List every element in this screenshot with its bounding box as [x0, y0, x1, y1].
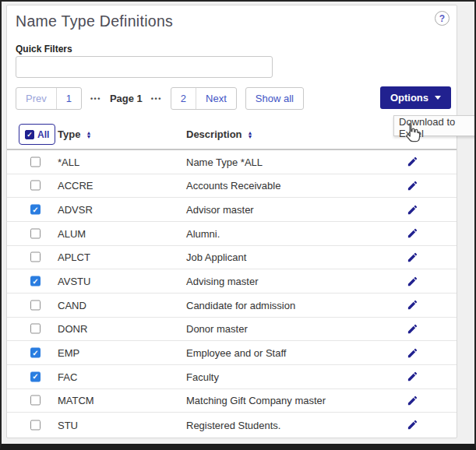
table-row: EMP Employee and or Staff — [7, 341, 457, 365]
name-type-definitions-panel: Name Type Definitions ? Quick Filters Pr… — [6, 5, 457, 438]
help-button[interactable]: ? — [435, 11, 450, 26]
sort-icon: ▲▼ — [86, 131, 91, 139]
edit-row-button[interactable] — [404, 322, 420, 336]
row-checkbox[interactable] — [30, 324, 41, 334]
description-cell: Advising master — [186, 276, 258, 287]
table-row: DONR Donor master — [7, 318, 457, 342]
table-row: ADVSR Advisor master — [7, 198, 457, 222]
type-cell: ALUM — [58, 227, 86, 239]
options-button[interactable]: Options — [380, 86, 451, 109]
row-checkbox[interactable] — [30, 420, 41, 430]
table-row: AVSTU Advising master — [7, 269, 457, 294]
description-cell: Advisor master — [186, 204, 254, 216]
row-checkbox[interactable] — [30, 300, 41, 310]
row-checkbox[interactable] — [30, 252, 41, 262]
pagination-bar: Prev 1 ••• Page 1 ••• 2 Next Show all — [16, 87, 304, 110]
question-mark-icon: ? — [439, 13, 445, 24]
column-header-description[interactable]: Description ▲▼ — [186, 128, 252, 140]
type-cell: ADVSR — [58, 204, 93, 216]
pencil-icon — [407, 323, 418, 335]
type-cell: ACCRE — [58, 180, 93, 192]
description-cell: Faculty — [186, 371, 219, 382]
prev-page-button[interactable]: Prev — [16, 88, 56, 109]
description-cell: Alumni. — [186, 227, 220, 239]
pagination-prev-group: Prev 1 — [16, 87, 82, 110]
edit-row-button[interactable] — [404, 418, 420, 432]
pencil-icon — [407, 371, 418, 382]
edit-row-button[interactable] — [404, 178, 420, 192]
row-checkbox[interactable] — [30, 205, 41, 215]
description-cell: Name Type *ALL — [186, 156, 263, 167]
edit-row-button[interactable] — [404, 393, 420, 407]
mouse-cursor-hand-icon — [402, 122, 421, 149]
edit-row-button[interactable] — [404, 346, 420, 360]
description-cell: Matching Gift Company master — [186, 395, 326, 406]
pencil-icon — [407, 347, 418, 359]
table-row: FAC Faculty — [7, 365, 457, 389]
pagination-ellipsis-left: ••• — [90, 95, 101, 103]
row-checkbox[interactable] — [30, 371, 41, 381]
page-2-button[interactable]: 2 — [171, 88, 196, 109]
pencil-icon — [407, 419, 418, 431]
quick-filters-label: Quick Filters — [16, 44, 72, 54]
pencil-icon — [407, 299, 418, 311]
next-page-button[interactable]: Next — [196, 88, 236, 109]
type-cell: STU — [58, 419, 78, 431]
type-cell: *ALL — [58, 156, 79, 167]
description-column-label: Description — [186, 128, 242, 140]
pencil-icon — [407, 156, 418, 167]
edit-row-button[interactable] — [404, 202, 420, 216]
description-cell: Job Applicant — [186, 251, 246, 263]
application-window: Name Type Definitions ? Quick Filters Pr… — [0, 0, 476, 450]
type-cell: CAND — [58, 299, 86, 311]
name-type-table: *ALL Name Type *ALL ACCRE Accounts Recei… — [7, 149, 457, 437]
description-cell: Candidate for admission — [186, 299, 295, 311]
description-cell: Employee and or Staff — [186, 347, 286, 359]
table-row: ALUM Alumni. — [7, 222, 457, 246]
row-checkbox[interactable] — [30, 228, 41, 238]
type-cell: AVSTU — [58, 276, 90, 287]
row-checkbox[interactable] — [30, 181, 41, 191]
select-all-button[interactable]: All — [19, 124, 55, 145]
type-cell: EMP — [58, 347, 79, 359]
edit-row-button[interactable] — [404, 250, 420, 264]
pencil-icon — [407, 180, 418, 192]
table-row: ACCRE Accounts Receivable — [7, 174, 457, 199]
description-cell: Donor master — [186, 323, 248, 335]
edit-row-button[interactable] — [404, 298, 420, 312]
table-row: STU Registered Students. — [7, 413, 457, 437]
page-title: Name Type Definitions — [16, 12, 173, 30]
column-header-type[interactable]: Type ▲▼ — [58, 128, 91, 140]
row-checkbox[interactable] — [30, 276, 41, 287]
page-1-button[interactable]: 1 — [56, 88, 81, 109]
row-checkbox[interactable] — [30, 396, 41, 406]
select-all-label: All — [37, 129, 49, 140]
quick-filters-input[interactable] — [16, 56, 273, 78]
edit-row-button[interactable] — [404, 370, 420, 384]
description-cell: Accounts Receivable — [186, 180, 280, 192]
type-cell: MATCM — [58, 395, 94, 406]
pagination-next-group: 2 Next — [171, 87, 237, 110]
table-row: *ALL Name Type *ALL — [7, 150, 457, 174]
type-cell: APLCT — [58, 251, 90, 263]
select-all-checkbox-icon — [25, 130, 34, 139]
row-checkbox[interactable] — [30, 348, 41, 358]
pencil-icon — [407, 227, 418, 239]
edit-row-button[interactable] — [404, 274, 420, 288]
pencil-icon — [407, 395, 418, 406]
type-column-label: Type — [58, 128, 80, 140]
type-cell: FAC — [58, 371, 77, 382]
pencil-icon — [407, 204, 418, 216]
pagination-ellipsis-right: ••• — [151, 95, 162, 103]
show-all-button[interactable]: Show all — [245, 87, 304, 110]
edit-row-button[interactable] — [404, 227, 420, 241]
table-row: APLCT Job Applicant — [7, 246, 457, 270]
pencil-icon — [407, 276, 418, 287]
table-row: MATCM Matching Gift Company master — [7, 389, 457, 413]
row-checkbox[interactable] — [30, 156, 41, 167]
options-button-label: Options — [390, 92, 428, 104]
description-cell: Registered Students. — [186, 419, 280, 431]
pencil-icon — [407, 251, 418, 263]
chevron-down-icon — [435, 96, 441, 100]
edit-row-button[interactable] — [404, 155, 420, 169]
